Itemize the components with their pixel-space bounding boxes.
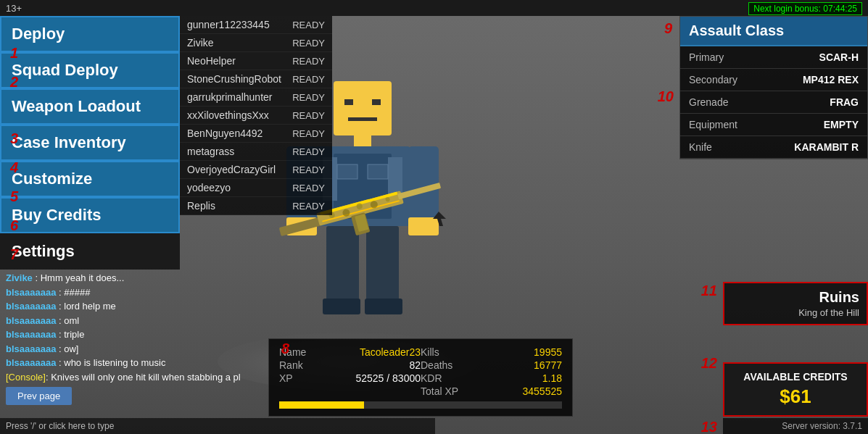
player-name: Replis	[187, 200, 215, 212]
deaths-value: 16777	[492, 359, 563, 371]
chat-separator: :	[33, 272, 41, 283]
player-name: yodeezyo	[187, 182, 231, 193]
name-label: Name	[279, 346, 350, 358]
server-version: Server version: 3.7.1	[723, 418, 868, 434]
xp-bar-fill	[279, 401, 364, 409]
chat-line: blsaaaaaaa : #####	[6, 285, 263, 300]
chat-username: blsaaaaaaa	[6, 329, 56, 340]
chat-message: : Knives will only one hit kill when sta…	[46, 372, 241, 383]
player-row: OverjoyedCrazyGirlREADY	[180, 161, 332, 179]
loadout-label: Equipment	[689, 119, 737, 130]
chat-message: #####	[64, 287, 90, 298]
player-row: garrukprimalhunterREADY	[180, 88, 332, 107]
credits-amount: $61	[732, 385, 859, 408]
loadout-row: EquipmentEMPTY	[680, 114, 867, 136]
player-status: READY	[292, 92, 325, 103]
chat-line: blsaaaaaaa : triple	[6, 327, 263, 342]
player-row: ZivikeREADY	[180, 34, 332, 52]
kills-label: Kills	[421, 346, 492, 358]
kdr-label: KDR	[421, 372, 492, 384]
chat-line: [Console]: Knives will only one hit kill…	[6, 370, 263, 385]
chat-line: Zivike : Hmm yeah it does...	[6, 271, 263, 285]
player-status: READY	[292, 128, 325, 139]
player-row: BenNguyen4492READY	[180, 125, 332, 143]
player-status: READY	[292, 164, 325, 175]
credits-label: AVAILABLE CREDITS	[732, 371, 859, 383]
loadout-label: Secondary	[689, 74, 737, 85]
sidebar-item-customize[interactable]: Customize	[0, 161, 180, 197]
loadout-row: KnifeKARAMBIT R	[680, 136, 867, 159]
chat-separator: :	[56, 287, 64, 298]
svg-rect-1	[344, 99, 353, 105]
press-hint[interactable]: Press '/' or click here to type	[0, 418, 435, 434]
svg-rect-3	[348, 117, 377, 121]
xp-value: 52525 / 83000	[350, 372, 421, 384]
player-row: metagrassREADY	[180, 143, 332, 161]
assault-class-panel: Assault Class PrimarySCAR-HSecondaryMP41…	[679, 16, 868, 159]
rank-value: 82	[350, 359, 421, 371]
chat-line: blsaaaaaaa : who is listening to music	[6, 356, 263, 370]
svg-rect-15	[326, 226, 359, 306]
deaths-label: Deaths	[421, 359, 492, 371]
age-rating: 13+	[6, 3, 22, 14]
sidebar-item-squad-deploy[interactable]: Squad Deploy	[0, 52, 180, 88]
player-status: READY	[292, 74, 325, 85]
game-mode: King of the Hill	[732, 307, 859, 318]
player-row: ReplisREADY	[180, 197, 332, 215]
svg-rect-4	[354, 135, 371, 146]
chat-line: blsaaaaaaa : ow]	[6, 342, 263, 356]
chat-message: lord help me	[64, 301, 116, 312]
sidebar: DeploySquad DeployWeapon LoadoutCase Inv…	[0, 16, 180, 270]
login-bonus: Next login bonus: 07:44:25	[748, 2, 862, 15]
total-xp-value: 3455525	[492, 385, 563, 397]
player-row: xxXilovethingsXxxREADY	[180, 107, 332, 125]
chat-username: blsaaaaaaa	[6, 287, 56, 298]
player-status: READY	[292, 201, 325, 212]
chat-separator: :	[56, 343, 64, 354]
chat-message: oml	[64, 315, 79, 326]
player-name: gunner112233445	[187, 19, 270, 30]
map-name: Ruins	[732, 289, 859, 306]
top-bar: 13+ Next login bonus: 07:44:25	[0, 0, 868, 16]
total-xp-label: Total XP	[421, 385, 492, 397]
map-panel: Ruins King of the Hill	[723, 282, 868, 325]
svg-rect-17	[323, 299, 360, 314]
xp-bar	[279, 401, 562, 409]
player-name: BenNguyen4492	[187, 128, 263, 139]
main-area: DeploySquad DeployWeapon LoadoutCase Inv…	[0, 16, 868, 434]
kills-value: 19955	[492, 346, 563, 358]
loadout-value: FRAG	[830, 96, 859, 108]
player-status: READY	[292, 183, 325, 193]
stats-panel: Name Tacoleader23 Kills 19955 Rank 82 De…	[268, 338, 573, 417]
chat-separator: :	[56, 301, 64, 312]
chat-username: blsaaaaaaa	[6, 343, 56, 354]
loadout-row: PrimarySCAR-H	[680, 46, 867, 69]
chat-line: blsaaaaaaa : lord help me	[6, 299, 263, 314]
chat-separator: :	[56, 315, 64, 326]
chat-username: Zivike	[6, 272, 33, 283]
sidebar-item-settings[interactable]: Settings	[0, 233, 180, 270]
sidebar-item-case-inventory[interactable]: Case Inventory	[0, 125, 180, 161]
player-row: yodeezyoREADY	[180, 179, 332, 197]
chat-message: triple	[64, 329, 84, 340]
chat-line: blsaaaaaaa : oml	[6, 314, 263, 328]
prev-page-button[interactable]: Prev page	[6, 387, 72, 405]
player-name: NeoHelper	[187, 55, 236, 67]
chat-username: blsaaaaaaa	[6, 357, 56, 368]
chat-separator: :	[56, 329, 64, 340]
player-row: StoneCrushingRobotREADY	[180, 70, 332, 88]
player-status: READY	[292, 146, 325, 157]
player-name: OverjoyedCrazyGirl	[187, 164, 276, 175]
assault-class-title: Assault Class	[680, 17, 867, 46]
loadout-value: EMPTY	[824, 119, 859, 130]
sidebar-item-weapon-loadout[interactable]: Weapon Loadout	[0, 88, 180, 125]
rank-label: Rank	[279, 359, 350, 371]
svg-rect-16	[366, 226, 399, 306]
loadout-value: KARAMBIT R	[794, 141, 859, 153]
assault-class-rows: PrimarySCAR-HSecondaryMP412 REXGrenadeFR…	[680, 46, 867, 159]
sidebar-item-deploy[interactable]: Deploy	[0, 16, 180, 52]
sidebar-item-buy-credits[interactable]: Buy Credits	[0, 197, 180, 233]
player-status: READY	[292, 38, 325, 49]
chat-username: blsaaaaaaa	[6, 315, 56, 326]
player-status: READY	[292, 20, 325, 30]
